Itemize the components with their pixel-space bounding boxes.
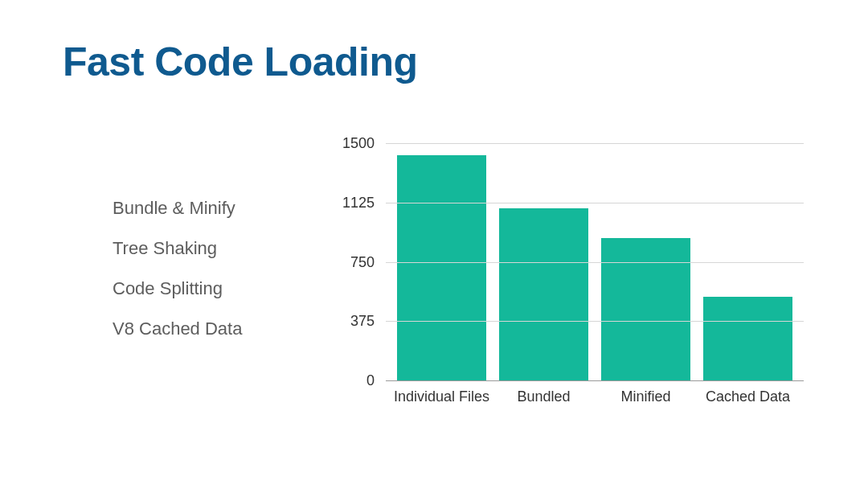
page-title: Fast Code Loading xyxy=(63,39,418,85)
chart-y-tick: 0 xyxy=(366,372,375,389)
chart-y-tick: 1125 xyxy=(342,194,375,211)
chart-x-label: Bundled xyxy=(517,388,570,405)
list-item: Bundle & Minify xyxy=(113,199,242,217)
chart-x-label: Cached Data xyxy=(706,388,790,405)
chart-y-tick: 750 xyxy=(350,253,375,270)
chart-bar xyxy=(601,238,691,380)
chart-bar xyxy=(703,297,793,380)
chart-y-tick: 1500 xyxy=(342,135,375,152)
bullet-list: Bundle & Minify Tree Shaking Code Splitt… xyxy=(113,199,242,360)
chart-bar xyxy=(397,155,487,380)
chart-bar xyxy=(499,208,589,380)
chart-gridline xyxy=(386,203,804,203)
chart-x-label: Minified xyxy=(620,388,670,405)
list-item: Code Splitting xyxy=(113,280,242,298)
chart-gridline xyxy=(386,380,804,381)
chart-gridline xyxy=(386,262,804,263)
bar-chart: Individual FilesBundledMinifiedCached Da… xyxy=(330,143,804,409)
chart-y-tick: 375 xyxy=(350,313,375,330)
chart-gridline xyxy=(386,321,804,322)
chart-plot-area: Individual FilesBundledMinifiedCached Da… xyxy=(386,143,804,380)
chart-gridline xyxy=(386,143,804,144)
chart-x-label: Individual Files xyxy=(394,388,489,405)
list-item: V8 Cached Data xyxy=(113,320,242,338)
list-item: Tree Shaking xyxy=(113,240,242,257)
slide: Fast Code Loading Bundle & Minify Tree S… xyxy=(0,0,868,489)
